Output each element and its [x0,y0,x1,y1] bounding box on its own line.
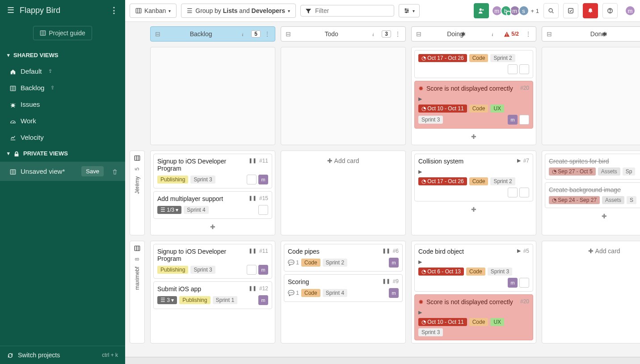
add-card-button[interactable]: ✚ [153,222,272,232]
avatar[interactable] [247,265,257,275]
tag-sprint[interactable]: S [627,196,636,204]
tag-sprint[interactable]: Sprint 2 [490,54,515,62]
avatar[interactable] [519,188,529,197]
swimlane-label[interactable]: 8 maximebf [130,241,145,343]
column-menu-icon[interactable]: ⋮ [395,30,401,38]
avatar[interactable] [247,175,257,184]
card[interactable]: Create sprites for bird ☑ ◔ Sep 27 - Oct… [545,154,640,180]
project-menu-icon[interactable]: ⋮ [110,5,118,15]
tag-code[interactable]: Code [469,54,488,62]
collapse-icon[interactable]: ⊟ [416,30,421,38]
tag-assets[interactable]: Assets [602,196,624,204]
tag-sprint[interactable]: Sprint 3 [190,176,215,184]
sidebar-item-backlog[interactable]: Backlog ⇪ [0,79,125,96]
tag-ux[interactable]: UX [490,318,504,326]
horizontal-scrollbar[interactable] [125,357,640,364]
tag-sprint[interactable]: Sprint 2 [490,177,515,185]
section-shared-views[interactable]: ▾ SHARED VIEWS [0,47,125,63]
column-header-done[interactable]: ⊟ Done✱ ⋮ [542,26,640,42]
card[interactable]: Create background image ☑ ◔ Sep 24 - Sep… [545,182,640,208]
tag-sprint[interactable]: Sprint 3 [418,328,443,336]
project-guide-button[interactable]: Project guide [33,26,92,40]
card[interactable]: Scoring ❚❚ #9 💬 1 CodeSprint 4 m [284,274,403,302]
add-card-button[interactable]: ✚ [414,204,533,215]
member-avatars[interactable]: m b m s + 1 [493,5,539,16]
avatar[interactable]: m [508,278,518,288]
project-name[interactable]: Flappy Bird [20,6,60,15]
search-button[interactable] [543,3,559,18]
column-menu-icon[interactable]: ⋮ [525,30,531,38]
avatar-overflow[interactable]: + 1 [531,8,539,14]
avatar[interactable] [508,188,518,197]
avatar[interactable]: m [389,288,399,298]
avatar[interactable]: m [258,175,268,184]
card[interactable]: Collision system ▶ #7 ▶ ◔ Oct 17 - Oct 2… [414,154,533,201]
card[interactable]: ◔ Oct 17 - Oct 26 CodeSprint 2 [414,50,533,78]
card[interactable]: Code pipes ❚❚ #6 💬 1 CodeSprint 2 m [284,244,403,272]
card[interactable]: Submit iOS app ❚❚ #12 ☰ 3 ▾ PublishingSp… [153,281,272,309]
column-header-backlog[interactable]: ⊟ Backlog 5 ⋮ [150,26,275,42]
avatar[interactable] [519,115,529,125]
tasks-button[interactable] [563,3,578,18]
filter-input[interactable] [315,7,389,14]
avatar[interactable] [258,205,268,215]
avatar[interactable] [519,278,529,288]
card[interactable]: Signup to iOS Developer Program ❚❚ #11 P… [153,244,272,279]
tag-sprint[interactable]: Sprint 3 [418,116,443,124]
tag-sprint[interactable]: Sp [623,167,636,176]
tag-code[interactable]: Code [469,177,488,185]
add-card-button[interactable]: ✚ Add card [545,244,640,258]
collapse-icon[interactable]: ⊟ [286,30,291,38]
avatar[interactable] [519,64,529,74]
card[interactable]: Add multiplayer support ❚❚ #15 ☰ 1/3 ▾ S… [153,191,272,219]
tag-sprint[interactable]: Sprint 3 [190,266,215,274]
tag-code[interactable]: Code [301,259,320,267]
tag-code[interactable]: Code [301,289,320,297]
sort-icon[interactable] [372,30,378,38]
card[interactable]: ✸Score is not displayed correctly #20 ▶ … [414,81,533,129]
checklist-chip[interactable]: ☰ 3 ▾ [157,296,177,304]
card[interactable]: Signup to iOS Developer Program ❚❚ #11 P… [153,154,272,188]
settings-dropdown[interactable]: ▾ [399,4,420,17]
sort-icon[interactable] [491,30,497,38]
collapse-icon[interactable]: ⊟ [547,30,552,38]
tag-code[interactable]: Code [469,318,488,326]
add-card-button[interactable]: ✚ Add card [284,154,403,168]
tag-sprint[interactable]: Sprint 3 [488,268,512,276]
current-user-avatar[interactable]: m [625,5,636,16]
group-by-dropdown[interactable]: ☰ Group by Lists and Developers ▾ [181,4,296,18]
swimlane-label[interactable]: 5 Jérémy [130,151,145,235]
sidebar-item-velocity[interactable]: Velocity [0,129,125,146]
tag-sprint[interactable]: Sprint 4 [323,289,347,297]
checklist-chip[interactable]: ☰ 1/3 ▾ [157,206,181,214]
tag-pub[interactable]: Publishing [157,266,188,274]
tag-pub[interactable]: Publishing [157,176,188,184]
avatar[interactable]: m [258,265,268,275]
tag-assets[interactable]: Assets [598,167,620,176]
section-private-views[interactable]: ▾ PRIVATE VIEWS [0,146,125,162]
save-view-button[interactable]: Save [81,166,104,176]
tag-sprint[interactable]: Sprint 4 [184,206,208,214]
add-card-button[interactable]: ✚ [545,211,640,222]
filter-input-wrap[interactable] [300,5,394,17]
sidebar-item-unsaved[interactable]: Unsaved view* Save [0,162,125,181]
notifications-button[interactable] [583,3,598,18]
add-card-button[interactable]: ✚ [414,131,533,142]
avatar[interactable]: m [389,258,399,268]
card[interactable]: ✸Score is not displayed correctly #20 ▶ … [414,294,533,340]
column-header-todo[interactable]: ⊟ Todo 3 ⋮ [281,26,406,42]
tag-sprint[interactable]: Sprint 1 [213,296,237,304]
avatar[interactable]: m [258,295,268,305]
add-user-button[interactable] [474,3,489,18]
trash-icon[interactable] [112,167,118,175]
avatar[interactable]: b [501,5,511,16]
collapse-icon[interactable]: ⊟ [155,30,160,38]
avatar[interactable] [508,64,518,74]
sidebar-item-work[interactable]: Work [0,113,125,129]
switch-projects[interactable]: Switch projects ctrl + k [0,346,125,364]
view-kanban-dropdown[interactable]: Kanban ▾ [130,4,177,18]
menu-icon[interactable]: ☰ [7,5,14,15]
tag-pub[interactable]: Publishing [179,296,210,304]
sidebar-item-issues[interactable]: Issues [0,96,125,113]
tag-code[interactable]: Code [469,105,488,113]
